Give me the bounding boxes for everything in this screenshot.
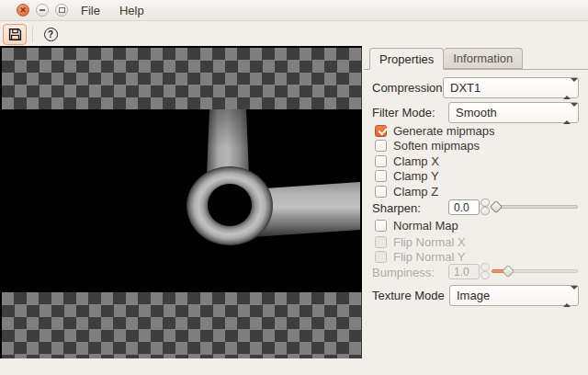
checkbox-label: Soften mipmaps — [393, 139, 480, 153]
menu-help[interactable]: Help — [118, 2, 146, 19]
bumpiness-spinner — [481, 263, 491, 280]
bumpiness-input: 1.0 — [448, 264, 480, 279]
menubar: File Help — [79, 2, 146, 19]
checkbox-label: Clamp X — [393, 154, 439, 168]
texture-mode-value: Image — [457, 289, 490, 302]
chevron-updown-icon — [563, 82, 571, 96]
tab-properties[interactable]: Properties — [369, 48, 444, 70]
checkbox-icon[interactable] — [375, 186, 387, 198]
sharpen-input[interactable]: 0.0 — [448, 199, 480, 215]
slider-track[interactable] — [492, 205, 578, 209]
checkbox-icon[interactable] — [375, 140, 387, 152]
checkbox-icon[interactable] — [375, 155, 387, 167]
titlebar: ✕ File Help — [0, 0, 588, 21]
compression-label: Compression: — [372, 81, 446, 95]
checkbox-icon[interactable] — [375, 125, 387, 137]
checkbox-label: Clamp Y — [393, 169, 439, 183]
sharpen-slider[interactable] — [492, 201, 578, 213]
slider-thumb[interactable] — [490, 200, 503, 213]
checkbox-normal-map[interactable]: Normal Map — [375, 219, 458, 232]
checkbox-label: Normal Map — [393, 219, 458, 233]
filter-mode-value: Smooth — [456, 106, 497, 119]
filter-mode-combo[interactable]: Smooth — [448, 102, 579, 123]
minimize-glyph — [40, 9, 45, 11]
checkbox-icon — [375, 251, 387, 263]
sharpen-label: Sharpen: — [372, 201, 421, 215]
checkbox-icon — [375, 236, 387, 248]
transparency-checkerboard-bottom — [2, 292, 362, 358]
filter-mode-label: Filter Mode: — [372, 106, 435, 119]
texture-mode-label: Texture Mode — [372, 289, 445, 302]
checkbox-flip-normal-y: Flip Normal Y — [375, 250, 466, 263]
texture-preview[interactable] — [0, 46, 362, 358]
close-icon[interactable]: ✕ — [17, 4, 29, 17]
transparency-checkerboard-top — [2, 48, 362, 109]
chevron-updown-icon — [563, 107, 571, 120]
tab-bar: Properties Information — [364, 48, 588, 70]
checkbox-icon[interactable] — [375, 170, 387, 182]
texture-image — [2, 109, 362, 292]
compression-combo[interactable]: DXT1 — [443, 77, 579, 98]
checkbox-label: Flip Normal X — [393, 235, 466, 249]
maximize-icon[interactable] — [55, 4, 68, 17]
save-button[interactable] — [3, 24, 27, 45]
help-question-icon: ? — [44, 28, 58, 41]
minimize-icon[interactable] — [36, 4, 49, 17]
save-floppy-icon — [8, 28, 22, 41]
checkbox-generate-mipmaps[interactable]: Generate mipmaps — [375, 124, 495, 137]
toolbar-separator — [32, 26, 33, 42]
compression-value: DXT1 — [450, 81, 481, 95]
bumpiness-slider — [492, 266, 578, 278]
slider-thumb — [502, 265, 514, 278]
menu-file[interactable]: File — [79, 2, 102, 19]
tab-information[interactable]: Information — [444, 48, 523, 69]
texture-mode-combo[interactable]: Image — [449, 285, 579, 306]
checkbox-clamp-y[interactable]: Clamp Y — [375, 169, 439, 182]
maximize-glyph — [59, 7, 65, 13]
chevron-updown-icon — [563, 290, 571, 303]
checkbox-flip-normal-x: Flip Normal X — [375, 235, 466, 248]
checkbox-icon[interactable] — [375, 220, 387, 232]
sharpen-spinner[interactable] — [481, 199, 491, 216]
properties-panel: Properties Information Compression: DXT1… — [364, 46, 588, 375]
checkbox-label: Generate mipmaps — [393, 124, 495, 138]
toolbar: ? — [0, 22, 588, 46]
checkbox-label: Clamp Z — [393, 185, 438, 199]
checkbox-label: Flip Normal Y — [393, 250, 466, 264]
checkbox-clamp-z[interactable]: Clamp Z — [375, 185, 438, 198]
bumpiness-label: Bumpiness: — [372, 266, 435, 279]
checkbox-clamp-x[interactable]: Clamp X — [375, 154, 439, 167]
checkbox-soften-mipmaps[interactable]: Soften mipmaps — [375, 139, 480, 152]
help-button[interactable]: ? — [40, 24, 62, 45]
window-controls: ✕ — [0, 4, 68, 17]
